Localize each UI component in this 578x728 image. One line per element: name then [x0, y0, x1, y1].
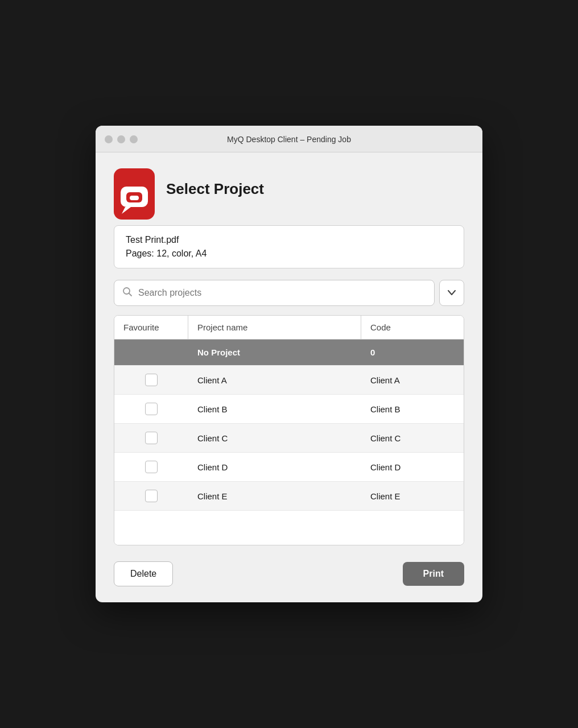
table-row[interactable]: Client C Client C: [114, 424, 464, 453]
search-input[interactable]: [138, 281, 426, 305]
traffic-light-close[interactable]: [105, 135, 113, 143]
favourite-cell: [114, 424, 188, 452]
search-icon: [122, 287, 133, 299]
job-filename: Test Print.pdf: [126, 235, 452, 245]
favourite-cell: [114, 482, 188, 510]
traffic-lights: [105, 135, 138, 143]
search-input-wrapper: [114, 280, 435, 306]
table-row[interactable]: Client E Client E: [114, 482, 464, 511]
project-name-cell: Client A: [188, 366, 361, 394]
svg-rect-8: [130, 196, 139, 200]
project-name-cell: Client C: [188, 424, 361, 452]
table-row[interactable]: Client D Client D: [114, 453, 464, 482]
window-title: MyQ Desktop Client – Pending Job: [227, 135, 351, 144]
code-cell: Client A: [361, 366, 464, 394]
empty-row: [114, 511, 464, 545]
table-header: Favourite Project name Code: [114, 316, 464, 340]
job-info-box: Test Print.pdf Pages: 12, color, A4: [114, 225, 464, 268]
project-name-cell: Client E: [188, 482, 361, 510]
code-cell: 0: [361, 340, 464, 365]
chevron-down-icon: [448, 290, 456, 296]
favourite-cell: [114, 395, 188, 423]
myq-logo: Q: [114, 168, 155, 209]
svg-line-10: [129, 293, 132, 296]
job-details: Pages: 12, color, A4: [126, 249, 452, 259]
content-area: Q Select Project: [96, 152, 482, 602]
code-cell: Client D: [361, 453, 464, 481]
favourite-cell: [114, 453, 188, 481]
footer-buttons: Delete Print: [114, 561, 464, 586]
favourite-cell: [114, 366, 188, 394]
traffic-light-minimize[interactable]: [117, 135, 125, 143]
projects-table: Favourite Project name Code No Project 0…: [114, 315, 464, 545]
col-header-project-name: Project name: [188, 316, 361, 339]
favourite-checkbox[interactable]: [145, 403, 158, 415]
project-name-cell: Client D: [188, 453, 361, 481]
favourite-checkbox[interactable]: [145, 461, 158, 473]
table-row[interactable]: Client A Client A: [114, 366, 464, 395]
header-section: Q Select Project: [114, 168, 464, 209]
favourite-cell: [114, 340, 188, 365]
favourite-checkbox[interactable]: [145, 374, 158, 386]
title-bar: MyQ Desktop Client – Pending Job: [96, 126, 482, 152]
table-row[interactable]: No Project 0: [114, 340, 464, 366]
project-name-cell: No Project: [188, 340, 361, 365]
dropdown-button[interactable]: [439, 280, 464, 306]
project-name-cell: Client B: [188, 395, 361, 423]
main-window: MyQ Desktop Client – Pending Job Q: [96, 126, 482, 602]
col-header-code: Code: [361, 316, 464, 339]
traffic-light-maximize[interactable]: [130, 135, 138, 143]
table-row[interactable]: Client B Client B: [114, 395, 464, 424]
favourite-checkbox[interactable]: [145, 490, 158, 502]
code-cell: Client B: [361, 395, 464, 423]
code-cell: Client E: [361, 482, 464, 510]
delete-button[interactable]: Delete: [114, 561, 173, 586]
search-row: [114, 280, 464, 306]
favourite-checkbox[interactable]: [145, 432, 158, 444]
print-button[interactable]: Print: [403, 562, 464, 586]
page-title: Select Project: [166, 180, 264, 198]
col-header-favourite: Favourite: [114, 316, 188, 339]
code-cell: Client C: [361, 424, 464, 452]
